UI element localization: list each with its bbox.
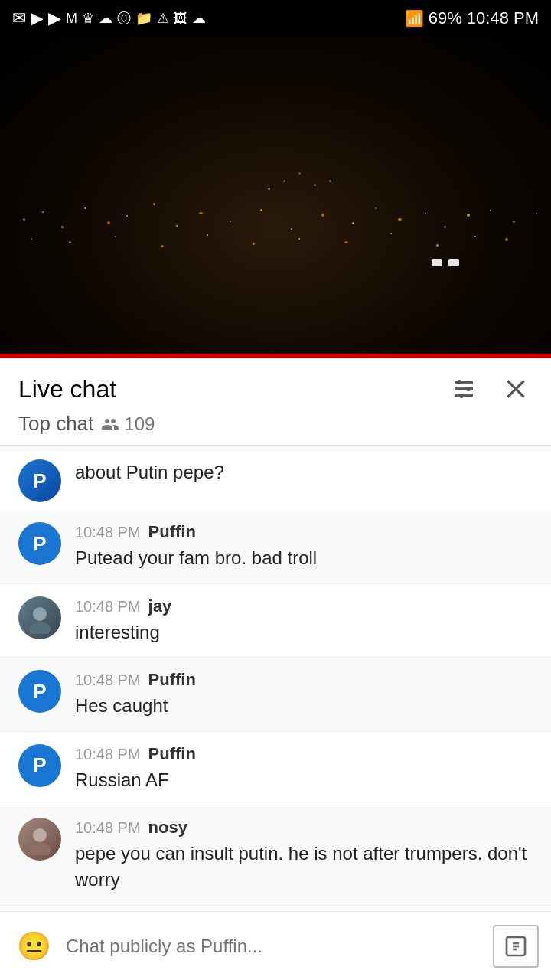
emoji-button[interactable]: 😐: [12, 925, 55, 968]
msg-time: 10:48 PM: [75, 746, 141, 763]
msg-meta: 10:48 PM Puffin: [75, 744, 533, 764]
emoji-icon: 😐: [17, 930, 51, 962]
svg-point-4: [466, 387, 471, 391]
msg-author: jay: [148, 596, 172, 616]
msg-time: 10:48 PM: [75, 598, 141, 616]
avatar: P: [18, 522, 61, 565]
status-system: 📶 69% 10:48 PM: [405, 8, 539, 28]
avatar: P: [18, 459, 61, 502]
msg-text: Hes caught: [75, 693, 533, 719]
wifi-icon: 📶: [405, 9, 424, 28]
partial-msg-body: about Putin pepe?: [75, 459, 533, 485]
svg-point-5: [459, 394, 464, 398]
list-item: 10:48 PM nosy pepe you can insult putin.…: [0, 805, 551, 905]
msg-text: interesting: [75, 619, 533, 645]
yt-icon: ▶: [31, 8, 44, 28]
chat-input-bar: 😐: [0, 911, 551, 980]
msg-time: 10:48 PM: [75, 524, 141, 541]
chat-header-row1: Live chat: [18, 372, 533, 406]
cloud-icon: ☁: [99, 10, 112, 27]
avatar: [18, 596, 61, 639]
messages-list: P about Putin pepe? P 10:48 PM Puffin Pu…: [0, 446, 551, 980]
video-player[interactable]: [0, 37, 551, 358]
svg-point-9: [29, 622, 51, 634]
send-button[interactable]: [493, 925, 539, 968]
msg-text: Russian AF: [75, 767, 533, 793]
svg-point-3: [457, 380, 461, 384]
vehicle-headlights: [432, 259, 459, 266]
msg-body: 10:48 PM jay interesting: [75, 596, 533, 645]
list-item: P 10:48 PM Puffin Hes caught: [0, 658, 551, 732]
svg-point-8: [33, 607, 47, 621]
chat-input[interactable]: [66, 936, 482, 957]
yt2-icon: ▶: [48, 8, 61, 28]
status-bar: ✉ ▶ ▶ M ♛ ☁ ⓪ 📁 ⚠ 🖼 ☁ 📶 69% 10:48 PM: [0, 0, 551, 37]
partial-msg-text: about Putin pepe?: [75, 449, 224, 482]
msg-text: Putead your fam bro. bad troll: [75, 545, 533, 571]
video-content: [0, 37, 551, 358]
status-notifications: ✉ ▶ ▶ M ♛ ☁ ⓪ 📁 ⚠ 🖼 ☁: [12, 8, 206, 28]
chat-panel: Live chat: [0, 358, 551, 980]
m-icon: M: [66, 11, 77, 27]
msg-time: 10:48 PM: [75, 819, 141, 837]
warning-icon: ⚠: [157, 10, 169, 27]
city-lights-overlay: [0, 144, 551, 282]
viewer-count: 109: [101, 413, 155, 435]
avatar: P: [18, 744, 61, 787]
time-text: 10:48 PM: [467, 8, 539, 28]
msg-body: 10:48 PM Puffin Russian AF: [75, 744, 533, 793]
cloud2-icon: ☁: [192, 10, 206, 27]
filter-button[interactable]: [447, 372, 481, 406]
folder-icon: 📁: [135, 10, 152, 27]
msg-body: 10:48 PM Puffin Putead your fam bro. bad…: [75, 522, 533, 571]
msg-body: 10:48 PM nosy pepe you can insult putin.…: [75, 818, 533, 892]
msg-meta: 10:48 PM Puffin: [75, 522, 533, 542]
avatar: P: [18, 670, 61, 713]
close-button[interactable]: [499, 372, 533, 406]
msg-meta: 10:48 PM nosy: [75, 818, 533, 838]
msg-meta: 10:48 PM Puffin: [75, 670, 533, 690]
viewer-count-number: 109: [124, 413, 155, 435]
svg-point-10: [33, 828, 47, 842]
msg-icon: ✉: [12, 8, 26, 28]
circle-icon: ⓪: [117, 9, 131, 28]
msg-author: Puffin: [148, 744, 196, 764]
msg-time: 10:48 PM: [75, 671, 141, 689]
svg-point-11: [29, 843, 51, 855]
list-item: 10:48 PM jay interesting: [0, 584, 551, 658]
msg-text: pepe you can insult putin. he is not aft…: [75, 841, 533, 892]
msg-author: Puffin: [148, 670, 196, 690]
msg-author: Puffin: [148, 522, 196, 542]
top-chat-label[interactable]: Top chat: [18, 412, 93, 436]
msg-body: 10:48 PM Puffin Hes caught: [75, 670, 533, 719]
msg-author: nosy: [148, 818, 187, 838]
avatar: [18, 818, 61, 861]
crown-icon: ♛: [82, 10, 94, 27]
battery-text: 69%: [429, 8, 462, 28]
header-actions: [447, 372, 533, 406]
live-chat-title: Live chat: [18, 375, 116, 403]
msg-meta: 10:48 PM jay: [75, 596, 533, 616]
video-bottom-bar: [0, 354, 551, 358]
chat-header: Live chat: [0, 358, 551, 446]
partial-message: P about Putin pepe?: [0, 452, 551, 510]
image-icon: 🖼: [174, 11, 187, 27]
list-item: P 10:48 PM Puffin Russian AF: [0, 732, 551, 806]
chat-header-row2: Top chat 109: [18, 412, 533, 445]
list-item: P 10:48 PM Puffin Putead your fam bro. b…: [0, 510, 551, 584]
